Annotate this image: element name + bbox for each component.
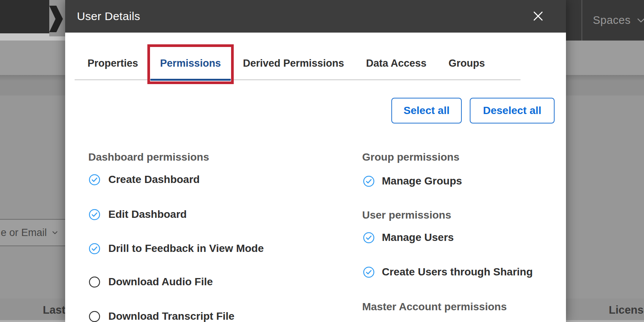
checked-circle-icon [89,243,100,255]
permission-row-edit-dashboard[interactable]: Edit Dashboard [89,208,187,221]
permission-label: Manage Groups [382,175,462,187]
chevron-down-icon [52,231,58,234]
table-column-header-last: Last [43,304,66,316]
deselect-all-button[interactable]: Deselect all [470,98,555,123]
table-column-header-license: License [609,304,644,316]
tab-data-access[interactable]: Data Access [356,46,436,81]
tab-derived-permissions[interactable]: Derived Permissions [233,46,354,81]
permission-row-manage-groups[interactable]: Manage Groups [363,175,462,188]
filter-label: e or Email [1,227,47,239]
checked-circle-icon [89,174,100,186]
permission-row-create-users-through-sharing[interactable]: Create Users through Sharing [363,266,533,278]
top-bar-divider [581,0,582,41]
spaces-menu[interactable]: Spaces [593,0,644,41]
tab-bar: Properties Permissions Derived Permissio… [78,46,495,81]
permission-label: Manage Users [382,231,454,244]
section-heading-dashboard-permissions: Dashboard permissions [88,151,209,163]
permission-label: Download Audio File [108,276,213,288]
user-details-modal: User Details Properties Permissions Deri… [65,0,566,322]
checked-circle-icon [363,175,375,187]
checked-circle-icon [363,266,375,278]
section-heading-master-account-permissions: Master Account permissions [362,301,507,313]
section-heading-group-permissions: Group permissions [362,151,460,163]
permission-row-download-transcript-file[interactable]: Download Transcript File [89,310,234,322]
screen: { "header_bar": { "spaces_label": "Space… [0,0,644,322]
modal-header: User Details [65,0,566,33]
brand-x-logo-icon [49,6,63,32]
spaces-label: Spaces [593,14,631,27]
checked-circle-icon [363,232,375,244]
tab-permissions[interactable]: Permissions [150,46,231,81]
permission-row-download-audio-file[interactable]: Download Audio File [89,275,213,288]
select-all-button[interactable]: Select all [391,98,462,123]
unchecked-circle-icon [89,311,100,322]
permission-row-manage-users[interactable]: Manage Users [363,231,454,244]
permission-row-create-dashboard[interactable]: Create Dashboard [89,173,200,186]
permission-label: Create Dashboard [108,174,200,186]
chevron-down-icon [637,18,644,23]
permission-label: Edit Dashboard [108,208,187,220]
tab-groups[interactable]: Groups [439,46,495,81]
permission-label: Download Transcript File [108,310,234,322]
checked-circle-icon [89,209,100,220]
permission-row-drill-to-feedback[interactable]: Drill to Feedback in View Mode [89,242,264,255]
unchecked-circle-icon [89,276,100,288]
tab-properties[interactable]: Properties [78,46,148,81]
app-nav-dark-area [0,0,50,33]
brand-logo-tile [49,0,65,36]
name-or-email-filter-dropdown[interactable]: e or Email [0,219,65,246]
permission-label: Drill to Feedback in View Mode [108,242,264,255]
modal-title: User Details [77,10,140,23]
tab-permissions-label: Permissions [160,58,221,69]
permission-label: Create Users through Sharing [382,266,533,278]
close-icon[interactable] [530,8,546,24]
section-heading-user-permissions: User permissions [362,209,451,221]
